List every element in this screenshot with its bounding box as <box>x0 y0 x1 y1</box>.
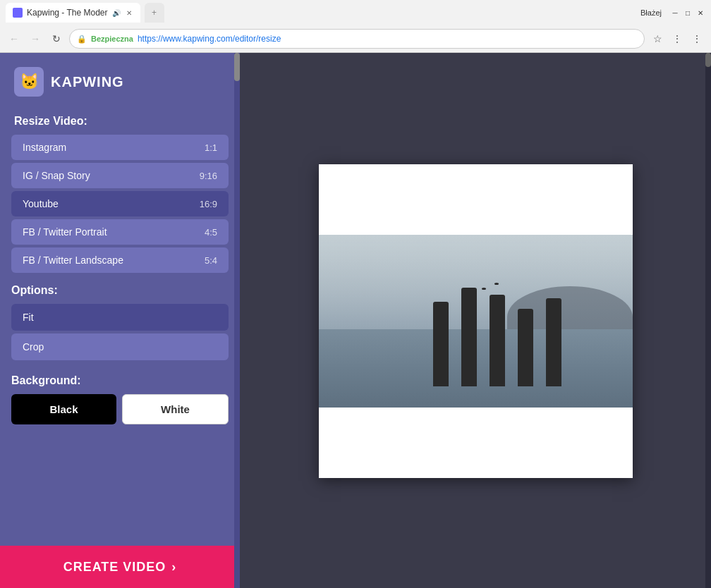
resize-option-fb-portrait-ratio: 4:5 <box>205 227 217 238</box>
pier-post-4 <box>518 309 533 386</box>
bird-1 <box>482 288 486 290</box>
resize-option-instagram-ratio: 1:1 <box>205 142 217 153</box>
reload-button[interactable]: ↻ <box>48 30 65 47</box>
title-bar-right: Błażej ─ □ ✕ <box>640 8 705 18</box>
create-video-arrow-icon: › <box>171 560 176 575</box>
resize-option-instagram-label: Instagram <box>23 142 66 153</box>
address-bar[interactable]: 🔒 Bezpieczna https://www.kapwing.com/edi… <box>69 29 645 49</box>
logo-text: KAPWING <box>51 74 124 90</box>
title-bar-left: Kapwing - The Moder 🔊 ✕ + <box>6 3 164 23</box>
extensions-button[interactable]: ⋮ <box>669 30 686 47</box>
logo-icon: 🐱 <box>14 67 44 97</box>
pier-post-2 <box>461 288 477 386</box>
bookmark-button[interactable]: ☆ <box>649 30 666 47</box>
create-video-label: CREATE VIDEO <box>63 560 166 575</box>
minimize-button[interactable]: ─ <box>670 8 680 18</box>
fit-button[interactable]: Fit <box>11 304 229 331</box>
black-background-button[interactable]: Black <box>11 394 116 424</box>
resize-option-fb-landscape-label: FB / Twitter Landscape <box>23 255 123 266</box>
pier-post-3 <box>490 295 505 386</box>
options-title: Options: <box>11 284 229 297</box>
video-preview <box>319 164 633 478</box>
close-button[interactable]: ✕ <box>695 8 705 18</box>
main-layout: 🐱 KAPWING Resize Video: Instagram 1:1 IG… <box>0 53 711 588</box>
logo-section: 🐱 KAPWING <box>0 53 240 104</box>
browser-tab[interactable]: Kapwing - The Moder 🔊 ✕ <box>6 3 140 23</box>
url-text: https://www.kapwing.com/editor/resize <box>138 34 281 44</box>
preview-top-padding <box>319 164 633 235</box>
forward-button[interactable]: → <box>27 30 44 47</box>
lock-icon: 🔒 <box>77 35 87 44</box>
tab-speaker-icon: 🔊 <box>112 9 121 17</box>
resize-option-youtube[interactable]: Youtube 16:9 <box>11 191 229 216</box>
tab-favicon <box>13 8 23 18</box>
white-background-button[interactable]: White <box>122 394 229 424</box>
user-name: Błażej <box>640 8 662 17</box>
preview-image <box>319 235 633 408</box>
menu-button[interactable]: ⋮ <box>688 30 705 47</box>
sidebar-scrollbar-thumb[interactable] <box>234 53 240 81</box>
resize-option-ig-snap-label: IG / Snap Story <box>23 170 90 181</box>
resize-option-youtube-ratio: 16:9 <box>200 199 217 209</box>
resize-options-list: Instagram 1:1 IG / Snap Story 9:16 Youtu… <box>0 135 240 273</box>
back-button[interactable]: ← <box>6 30 23 47</box>
secure-label: Bezpieczna <box>91 35 133 43</box>
scene <box>319 235 633 408</box>
background-title: Background: <box>11 374 229 387</box>
address-actions: ☆ ⋮ ⋮ <box>649 30 705 47</box>
resize-option-youtube-label: Youtube <box>23 198 59 209</box>
canvas-area <box>240 53 711 588</box>
sidebar-spacer <box>0 424 240 546</box>
resize-option-ig-snap[interactable]: IG / Snap Story 9:16 <box>11 163 229 188</box>
title-bar: Kapwing - The Moder 🔊 ✕ + Błażej ─ □ ✕ <box>0 0 711 25</box>
background-section: Background: Black White <box>0 363 240 424</box>
new-tab-button[interactable]: + <box>145 3 164 23</box>
canvas-scrollbar-thumb[interactable] <box>705 53 711 67</box>
options-section: Options: Fit Crop <box>0 273 240 363</box>
resize-option-instagram[interactable]: Instagram 1:1 <box>11 135 229 160</box>
pier <box>433 288 561 386</box>
preview-bottom-padding <box>319 408 633 478</box>
nav-bar: ← → ↻ 🔒 Bezpieczna https://www.kapwing.c… <box>0 25 711 52</box>
tab-close-button[interactable]: ✕ <box>125 9 133 17</box>
resize-option-fb-landscape-ratio: 5:4 <box>205 255 217 266</box>
resize-option-fb-landscape[interactable]: FB / Twitter Landscape 5:4 <box>11 247 229 273</box>
sidebar: 🐱 KAPWING Resize Video: Instagram 1:1 IG… <box>0 53 240 588</box>
resize-option-fb-portrait[interactable]: FB / Twitter Portrait 4:5 <box>11 219 229 245</box>
resize-option-ig-snap-ratio: 9:16 <box>200 171 217 181</box>
tab-title: Kapwing - The Moder <box>27 8 108 18</box>
background-buttons: Black White <box>11 394 229 424</box>
resize-section-title: Resize Video: <box>0 104 240 135</box>
browser-chrome: Kapwing - The Moder 🔊 ✕ + Błażej ─ □ ✕ ←… <box>0 0 711 53</box>
canvas-scrollbar[interactable] <box>705 53 711 588</box>
pier-post-5 <box>546 298 561 386</box>
maximize-button[interactable]: □ <box>683 8 693 18</box>
resize-option-fb-portrait-label: FB / Twitter Portrait <box>23 226 107 238</box>
create-video-button[interactable]: CREATE VIDEO › <box>0 546 240 588</box>
crop-button[interactable]: Crop <box>11 333 229 360</box>
create-btn-section: CREATE VIDEO › <box>0 546 240 588</box>
pier-post-1 <box>433 302 449 386</box>
sidebar-scrollbar[interactable] <box>234 53 240 588</box>
bird-2 <box>494 283 499 285</box>
